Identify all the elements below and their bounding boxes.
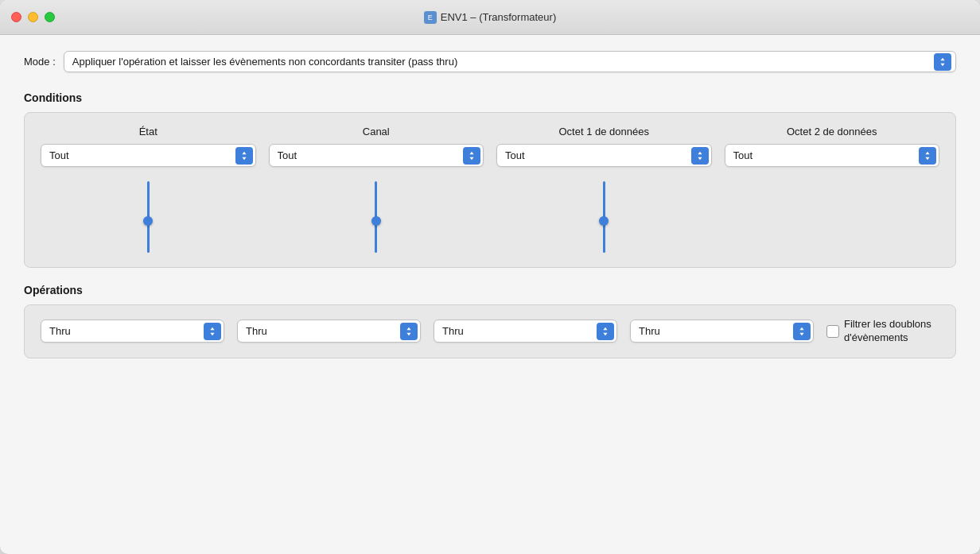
- conditions-col-1: État Tout: [41, 126, 256, 167]
- etat-select[interactable]: Tout: [41, 144, 256, 167]
- octet2-select[interactable]: Tout: [725, 144, 940, 167]
- slider-col-3: [496, 180, 712, 254]
- maximize-button[interactable]: [45, 12, 55, 22]
- filter-checkbox[interactable]: [826, 325, 839, 338]
- filter-label: Filtrer les doublons d'évènements: [844, 318, 939, 345]
- conditions-col-2: Canal Tout: [269, 126, 484, 167]
- slider-thumb-3[interactable]: [599, 216, 609, 226]
- op-select-wrapper-3: Thru: [434, 320, 617, 343]
- slider-track-1: [147, 181, 150, 253]
- octet2-select-wrapper: Tout: [725, 144, 940, 167]
- octet1-select[interactable]: Tout: [496, 144, 712, 167]
- slider-track-3: [603, 181, 605, 253]
- mode-row: Mode : Appliquer l'opération et laisser …: [24, 51, 956, 72]
- op-select-3[interactable]: Thru: [434, 320, 617, 343]
- col-header-etat: État: [41, 126, 256, 138]
- operations-section: Opérations Thru: [24, 284, 956, 358]
- op-select-1[interactable]: Thru: [41, 320, 224, 343]
- mode-select-wrapper: Appliquer l'opération et laisser les évè…: [64, 51, 956, 72]
- slider-thumb-2[interactable]: [371, 216, 381, 226]
- content-area: Mode : Appliquer l'opération et laisser …: [0, 35, 980, 554]
- close-button[interactable]: [11, 12, 21, 22]
- window-icon: E: [424, 11, 437, 24]
- titlebar: E ENV1 – (Transformateur): [0, 0, 980, 35]
- conditions-col-3: Octet 1 de données Tout: [496, 126, 712, 167]
- op-select-wrapper-2: Thru: [237, 320, 421, 343]
- op-select-wrapper-1: Thru: [41, 320, 224, 343]
- slider-track-2: [375, 181, 377, 253]
- canal-select-wrapper: Tout: [269, 144, 484, 167]
- traffic-lights: [11, 12, 55, 22]
- op-select-4[interactable]: Thru: [630, 320, 814, 343]
- window-title: ENV1 – (Transformateur): [441, 11, 556, 23]
- slider-col-4: [725, 180, 940, 254]
- col-header-octet2: Octet 2 de données: [725, 126, 940, 138]
- minimize-button[interactable]: [28, 12, 38, 22]
- octet1-select-wrapper: Tout: [496, 144, 712, 167]
- conditions-box: État Tout Canal: [24, 112, 956, 268]
- filter-option: Filtrer les doublons d'évènements: [826, 318, 939, 345]
- slider-col-2: [269, 180, 484, 254]
- col-header-octet1: Octet 1 de données: [496, 126, 712, 138]
- conditions-grid: État Tout Canal: [41, 126, 939, 167]
- operations-selects: Thru Thru: [41, 320, 814, 343]
- window-title-area: E ENV1 – (Transformateur): [424, 11, 556, 24]
- etat-select-wrapper: Tout: [41, 144, 256, 167]
- operations-box: Thru Thru: [24, 304, 956, 358]
- sliders-area: [41, 167, 939, 254]
- col-header-canal: Canal: [269, 126, 484, 138]
- canal-select[interactable]: Tout: [269, 144, 484, 167]
- slider-thumb-1[interactable]: [143, 216, 153, 226]
- conditions-col-4: Octet 2 de données Tout: [725, 126, 940, 167]
- op-select-2[interactable]: Thru: [237, 320, 421, 343]
- op-select-wrapper-4: Thru: [630, 320, 814, 343]
- slider-col-1: [41, 180, 256, 254]
- main-window: E ENV1 – (Transformateur) Mode : Appliqu…: [0, 0, 980, 554]
- conditions-header: Conditions: [24, 91, 956, 104]
- mode-label: Mode :: [24, 56, 56, 68]
- operations-header: Opérations: [24, 284, 956, 296]
- mode-select[interactable]: Appliquer l'opération et laisser les évè…: [64, 51, 956, 72]
- operations-row: Thru Thru: [41, 318, 939, 345]
